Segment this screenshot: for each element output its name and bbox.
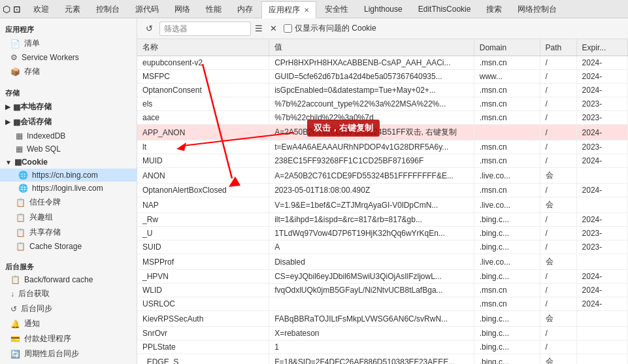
sidebar-item-background-sync[interactable]: ↺ 后台同步 xyxy=(0,301,137,316)
table-row[interactable]: MUID238EC15FF93268FF1C1CD25BF871696F.msn… xyxy=(137,154,628,168)
tab-elements[interactable]: 元素 xyxy=(58,1,88,18)
table-row[interactable]: WLIDfvqOdxlUQk0jmB5GFayL/Ni2NtvUCB8tLafB… xyxy=(137,284,628,297)
col-header-path: Path xyxy=(540,39,576,56)
table-row[interactable]: NAPV=1.9&E=1bef&C=ZTJMrqAyaGI-V0lDpCmN..… xyxy=(137,197,628,213)
show-problems-checkbox[interactable] xyxy=(284,24,292,33)
cell-domain: .live.co... xyxy=(474,197,540,213)
tab-close-icon[interactable]: ✕ xyxy=(304,7,309,14)
back-forward-icon: 📋 xyxy=(10,275,20,284)
show-problems-checkbox-label[interactable]: 仅显示有问题的 Cookie xyxy=(284,23,376,34)
table-row[interactable]: USRLOC.msn.cn/2024- xyxy=(137,297,628,311)
cell-domain: .bing.c... xyxy=(474,270,540,284)
tab-search[interactable]: 搜索 xyxy=(479,1,509,18)
cookie-icon: ▦ xyxy=(14,157,22,167)
inspect-icon[interactable]: ⊡ xyxy=(13,4,21,14)
cell-value: A xyxy=(269,240,474,254)
tab-editthiscookie[interactable]: EditThisCookie xyxy=(411,1,478,18)
cell-name: MUID xyxy=(137,154,269,168)
cell-value: ilt=1&ihpd=1&ispd=&rc=817&rb=817&gb... xyxy=(269,213,474,227)
table-row[interactable]: OptanonAlertBoxClosed2023-05-01T18:08:00… xyxy=(137,184,628,197)
cell-domain: .msn.cn xyxy=(474,97,540,111)
sidebar-item-cookie-group[interactable]: ▼ ▦ Cookie xyxy=(0,156,137,169)
cell-name: els xyxy=(137,97,269,111)
tab-performance[interactable]: 性能 xyxy=(199,1,229,18)
live-cookie-icon: 🌐 xyxy=(18,184,28,193)
table-row[interactable]: _Rwilt=1&ihpd=1&ispd=&rc=817&rb=817&gb..… xyxy=(137,213,628,227)
sidebar-item-service-workers[interactable]: ⚙ Service Workers xyxy=(0,51,137,64)
sidebar-item-periodic-sync[interactable]: 🔄 周期性后台同步 xyxy=(0,346,137,361)
cell-expires xyxy=(576,327,627,340)
table-row[interactable]: MSFPCGUID=5cfe62d67b1a42d4be5a0573676409… xyxy=(137,70,628,84)
table-row[interactable]: KievRPSSecAuthFABqBBRaTOJILtFsMkpLVWSG6A… xyxy=(137,311,628,327)
table-row[interactable]: aace%7b%22child%22%3a0%7d.msn.cn/2023- xyxy=(137,111,628,125)
refresh-button[interactable]: ↺ xyxy=(142,22,156,35)
table-row[interactable]: SUIDA.bing.c.../2023- xyxy=(137,240,628,254)
table-row[interactable]: ltt=EwA4A6AEAAAURhNPDOP4v1G28DRF5A6y....… xyxy=(137,141,628,154)
tab-lighthouse[interactable]: Lighthouse xyxy=(357,1,410,18)
tab-network[interactable]: 网络 xyxy=(167,1,197,18)
sidebar-item-background-fetch[interactable]: ↓ 后台获取 xyxy=(0,286,137,301)
sidebar-item-storage-app[interactable]: 📦 存储 xyxy=(0,64,137,79)
tab-network-console[interactable]: 网络控制台 xyxy=(510,1,564,18)
cell-path: / xyxy=(540,154,576,168)
table-row[interactable]: els%7b%22account_type%22%3a%22MSA%22%...… xyxy=(137,97,628,111)
sidebar-item-manifest[interactable]: 📄 清单 xyxy=(0,36,137,51)
notifications-icon: 🔔 xyxy=(10,320,20,329)
sidebar-item-trust-token[interactable]: 📋 信任令牌 xyxy=(0,195,137,210)
table-row[interactable]: OptanonConsentisGpcEnabled=0&datestamp=T… xyxy=(137,84,628,97)
cell-name: MSFPC xyxy=(137,70,269,84)
cell-domain: .msn.cn xyxy=(474,111,540,125)
cell-expires: 2024- xyxy=(576,270,627,284)
sidebar-item-payment-handler[interactable]: 💳 付款处理程序 xyxy=(0,331,137,346)
storage-app-icon: 📦 xyxy=(10,67,20,76)
sidebar-item-web-sql[interactable]: ▦ Web SQL xyxy=(0,142,137,156)
sidebar-item-back-forward-cache[interactable]: 📋 Back/forward cache xyxy=(0,273,137,286)
tab-application[interactable]: 应用程序 ✕ xyxy=(261,1,316,18)
sidebar-item-live-cookie[interactable]: 🌐 https://login.live.com xyxy=(0,182,137,195)
sidebar-item-cache-storage[interactable]: 📋 Cache Storage xyxy=(0,240,137,253)
cell-name: APP_ANON xyxy=(137,125,269,141)
table-row[interactable]: eupubconsent-v2CPrH8HXPrH8HXAcABBENB-CsA… xyxy=(137,56,628,70)
cell-domain: .bing.c... xyxy=(474,354,540,365)
cell-domain: .msn.cn xyxy=(474,184,540,197)
cell-name: KievRPSSecAuth xyxy=(137,311,269,327)
cell-path: / xyxy=(540,284,576,297)
devtools-icon[interactable]: ⬡ xyxy=(3,4,10,14)
cell-expires: 2024- xyxy=(576,284,627,297)
tab-sources[interactable]: 源代码 xyxy=(128,1,166,18)
sidebar-item-session-storage[interactable]: ▶ ▦ 会话存储 xyxy=(0,114,137,129)
cell-expires: 2024- xyxy=(576,125,627,141)
table-row[interactable]: SnrOvrX=rebateson.bing.c.../ xyxy=(137,327,628,340)
table-row[interactable]: PPLState1.bing.c.../ xyxy=(137,340,628,354)
table-row[interactable]: _U1TLdWq97Vow4D7P6T19HjK32hQq6wYrKqEn...… xyxy=(137,227,628,240)
tab-security[interactable]: 安全性 xyxy=(318,1,355,18)
sidebar-item-indexeddb[interactable]: ▦ IndexedDB xyxy=(0,129,137,142)
cell-expires: 2024- xyxy=(576,213,627,227)
cell-value: A=2A50B2C761CDE9FD55324B51FFFFFFFF&E... xyxy=(269,168,474,184)
cell-name: NAP xyxy=(137,197,269,213)
table-row[interactable]: _EDGE_SF=18&SID=2F4DFC26AF886D510383EF23… xyxy=(137,354,628,365)
filter-icon[interactable]: ☰ xyxy=(255,24,263,33)
sidebar-item-shared-storage[interactable]: 📋 共享存储 xyxy=(0,225,137,240)
right-panel: ↺ ☰ ✕ 仅显示有问题的 Cookie 名称 值 xyxy=(137,18,628,364)
table-row[interactable]: ANONA=2A50B2C761CDE9FD55324B51FFFFFFFF&E… xyxy=(137,168,628,184)
sidebar-item-push-messages[interactable]: 📨 推送消息 xyxy=(0,361,137,364)
sidebar-item-local-storage[interactable]: ▶ ▦ 本地存储 xyxy=(0,99,137,114)
cookie-table-wrap[interactable]: 名称 值 Domain Path Expir... eupubconsent-v… xyxy=(137,39,628,364)
table-row[interactable]: MSPProfDisabled.live.co...会 xyxy=(137,254,628,270)
cell-value: CS=eyJQbil6eyJDbil6MSwiU3QiOjAsIlFzljowL… xyxy=(269,270,474,284)
search-box[interactable] xyxy=(159,22,251,36)
cell-name: aace xyxy=(137,111,269,125)
clear-button[interactable]: ✕ xyxy=(267,22,280,35)
sidebar-item-notifications[interactable]: 🔔 通知 xyxy=(0,316,137,331)
cookie-toolbar: ↺ ☰ ✕ 仅显示有问题的 Cookie xyxy=(137,18,628,39)
tab-welcome[interactable]: 欢迎 xyxy=(26,1,56,18)
tab-memory[interactable]: 内存 xyxy=(230,1,260,18)
cell-name: _EDGE_S xyxy=(137,354,269,365)
table-row[interactable]: APP_ANONA=2A50B2C7610C89FD55324B51FF双击, … xyxy=(137,125,628,141)
tab-console[interactable]: 控制台 xyxy=(89,1,127,18)
sidebar-item-interest-group[interactable]: 📋 兴趣组 xyxy=(0,210,137,225)
table-row[interactable]: _HPVNCS=eyJQbil6eyJDbil6MSwiU3QiOjAsIlFz… xyxy=(137,270,628,284)
search-input[interactable] xyxy=(164,24,246,33)
sidebar-item-bing-cookie[interactable]: 🌐 https://cn.bing.com xyxy=(0,169,137,182)
